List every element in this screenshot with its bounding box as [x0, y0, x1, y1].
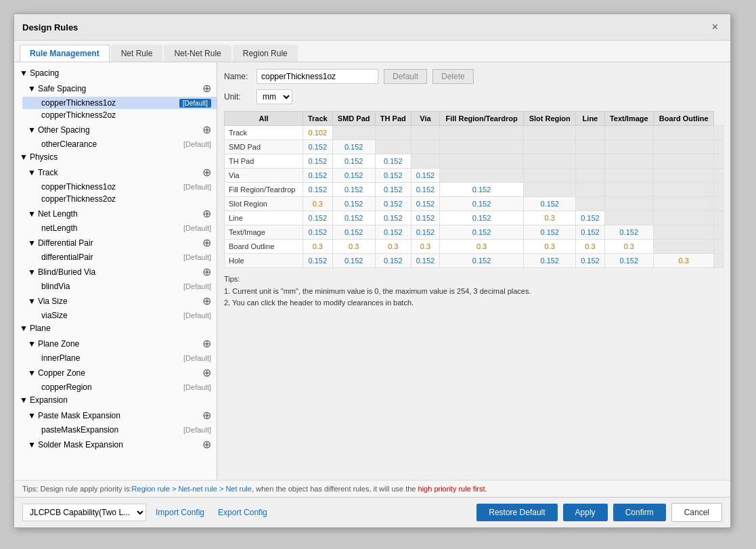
cell-7-7[interactable]: 0.152 — [604, 225, 654, 240]
cell-8-3[interactable]: 0.3 — [411, 240, 439, 254]
add-plane-zone-icon[interactable]: ⊕ — [202, 337, 211, 350]
cell-9-8[interactable]: 0.3 — [654, 254, 714, 268]
add-via-size-icon[interactable]: ⊕ — [202, 294, 211, 307]
col-header-th-pad[interactable]: TH Pad — [375, 112, 411, 126]
add-safe-spacing-icon[interactable]: ⊕ — [202, 82, 211, 95]
tree-item-otherClearance[interactable]: otherClearance [Default] — [22, 138, 217, 150]
cell-1-0[interactable]: 0.152 — [303, 140, 332, 154]
cell-7-3[interactable]: 0.152 — [411, 225, 439, 240]
cell-6-3[interactable]: 0.152 — [411, 211, 439, 225]
col-header-all[interactable]: All — [225, 112, 303, 126]
cell-6-6[interactable]: 0.152 — [576, 211, 604, 225]
add-differential-pair-icon[interactable]: ⊕ — [202, 236, 211, 249]
cell-9-0[interactable]: 0.152 — [303, 254, 332, 268]
cell-6-4[interactable]: 0.152 — [440, 211, 524, 225]
tab-region-rule[interactable]: Region Rule — [233, 45, 298, 62]
cell-5-1[interactable]: 0.152 — [332, 197, 375, 211]
cell-1-1[interactable]: 0.152 — [332, 140, 375, 154]
tree-item-netLength[interactable]: netLength [Default] — [22, 222, 217, 234]
tree-group-track[interactable]: ▼ Track ⊕ — [22, 164, 217, 181]
cell-9-5[interactable]: 0.152 — [524, 254, 576, 268]
cell-7-1[interactable]: 0.152 — [332, 225, 375, 240]
tree-item-differentialPair[interactable]: differentialPair [Default] — [22, 251, 217, 263]
add-track-icon[interactable]: ⊕ — [202, 166, 211, 179]
cell-8-1[interactable]: 0.3 — [332, 240, 375, 254]
tree-group-plane[interactable]: ▼ Plane — [14, 322, 217, 335]
tree-item-pasteMaskExpansion[interactable]: pasteMaskExpansion [Default] — [22, 424, 217, 436]
tree-group-blind-buried-via[interactable]: ▼ Blind/Buried Via ⊕ — [22, 263, 217, 280]
cell-8-4[interactable]: 0.3 — [440, 240, 524, 254]
tree-item-blindVia[interactable]: blindVia [Default] — [22, 280, 217, 292]
cell-3-0[interactable]: 0.152 — [303, 169, 332, 183]
tree-group-copper-zone[interactable]: ▼ Copper Zone ⊕ — [22, 364, 217, 381]
cell-8-2[interactable]: 0.3 — [375, 240, 411, 254]
tree-item-track-copper2oz[interactable]: copperThickness2oz — [22, 193, 217, 205]
cell-4-0[interactable]: 0.152 — [303, 183, 332, 197]
cell-5-2[interactable]: 0.152 — [375, 197, 411, 211]
cell-8-6[interactable]: 0.3 — [576, 240, 604, 254]
tree-group-other-spacing[interactable]: ▼ Other Spacing ⊕ — [22, 121, 217, 138]
cell-2-2[interactable]: 0.152 — [375, 154, 411, 169]
cancel-button[interactable]: Cancel — [671, 503, 722, 522]
cell-9-1[interactable]: 0.152 — [332, 254, 375, 268]
cell-4-2[interactable]: 0.152 — [375, 183, 411, 197]
tree-group-net-length[interactable]: ▼ Net Length ⊕ — [22, 205, 217, 222]
tab-net-net-rule[interactable]: Net-Net Rule — [164, 45, 231, 62]
cell-0-0[interactable]: 0.102 — [303, 126, 332, 140]
cell-3-2[interactable]: 0.152 — [375, 169, 411, 183]
cell-7-2[interactable]: 0.152 — [375, 225, 411, 240]
tree-item-copperThickness1oz[interactable]: copperThickness1oz [Default] — [22, 97, 217, 109]
cell-4-1[interactable]: 0.152 — [332, 183, 375, 197]
add-copper-zone-icon[interactable]: ⊕ — [202, 366, 211, 379]
cell-7-0[interactable]: 0.152 — [303, 225, 332, 240]
col-header-text-image[interactable]: Text/Image — [604, 112, 654, 126]
tree-item-copperRegion[interactable]: copperRegion [Default] — [22, 381, 217, 393]
close-button[interactable]: × — [708, 20, 722, 35]
add-blind-via-icon[interactable]: ⊕ — [202, 265, 211, 278]
col-header-smd-pad[interactable]: SMD Pad — [332, 112, 375, 126]
col-header-slot-region[interactable]: Slot Region — [524, 112, 576, 126]
cell-3-3[interactable]: 0.152 — [411, 169, 439, 183]
cell-9-7[interactable]: 0.152 — [604, 254, 654, 268]
apply-button[interactable]: Apply — [563, 504, 608, 521]
cell-2-0[interactable]: 0.152 — [303, 154, 332, 169]
add-paste-mask-icon[interactable]: ⊕ — [202, 409, 211, 422]
add-other-spacing-icon[interactable]: ⊕ — [202, 123, 211, 136]
tree-group-safe-spacing[interactable]: ▼ Safe Spacing ⊕ — [22, 80, 217, 97]
cell-3-1[interactable]: 0.152 — [332, 169, 375, 183]
tree-group-plane-zone[interactable]: ▼ Plane Zone ⊕ — [22, 335, 217, 352]
cell-9-3[interactable]: 0.152 — [411, 254, 439, 268]
add-solder-mask-icon[interactable]: ⊕ — [202, 438, 211, 451]
add-net-length-icon[interactable]: ⊕ — [202, 207, 211, 220]
cell-5-3[interactable]: 0.152 — [411, 197, 439, 211]
cell-9-4[interactable]: 0.152 — [440, 254, 524, 268]
import-config-button[interactable]: Import Config — [152, 505, 208, 520]
tree-item-track-copper1oz[interactable]: copperThickness1oz [Default] — [22, 181, 217, 193]
cell-6-0[interactable]: 0.152 — [303, 211, 332, 225]
tree-item-innerPlane[interactable]: innerPlane [Default] — [22, 352, 217, 364]
tab-net-rule[interactable]: Net Rule — [111, 45, 163, 62]
col-header-board-outline[interactable]: Board Outline — [654, 112, 714, 126]
tree-group-via-size[interactable]: ▼ Via Size ⊕ — [22, 292, 217, 309]
tree-item-copperThickness2oz[interactable]: copperThickness2oz — [22, 109, 217, 121]
tree-group-solder-mask[interactable]: ▼ Solder Mask Expansion ⊕ — [22, 436, 217, 453]
unit-select[interactable]: mm mil inch — [257, 89, 292, 104]
export-config-button[interactable]: Export Config — [214, 505, 271, 520]
tree-item-viaSize[interactable]: viaSize [Default] — [22, 309, 217, 322]
cell-4-4[interactable]: 0.152 — [440, 183, 524, 197]
tree-group-paste-mask[interactable]: ▼ Paste Mask Expansion ⊕ — [22, 407, 217, 424]
cell-5-0[interactable]: 0.3 — [303, 197, 332, 211]
cell-9-2[interactable]: 0.152 — [375, 254, 411, 268]
cell-5-5[interactable]: 0.152 — [524, 197, 576, 211]
tree-group-expansion[interactable]: ▼ Expansion — [14, 393, 217, 407]
cell-8-7[interactable]: 0.3 — [604, 240, 654, 254]
col-header-track[interactable]: Track — [303, 112, 332, 126]
col-header-line[interactable]: Line — [576, 112, 604, 126]
restore-default-button[interactable]: Restore Default — [476, 504, 557, 521]
cell-6-2[interactable]: 0.152 — [375, 211, 411, 225]
tree-group-physics[interactable]: ▼ Physics — [14, 150, 217, 164]
cell-7-5[interactable]: 0.152 — [524, 225, 576, 240]
cell-8-5[interactable]: 0.3 — [524, 240, 576, 254]
col-header-via[interactable]: Via — [411, 112, 439, 126]
cell-2-1[interactable]: 0.152 — [332, 154, 375, 169]
